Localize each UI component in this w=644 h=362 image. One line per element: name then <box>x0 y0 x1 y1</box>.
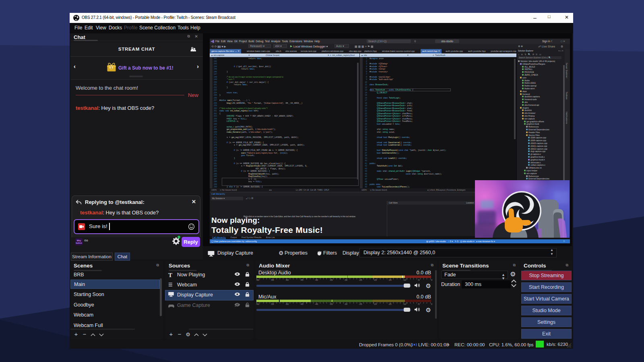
svg-text:1: 1 <box>110 66 112 70</box>
